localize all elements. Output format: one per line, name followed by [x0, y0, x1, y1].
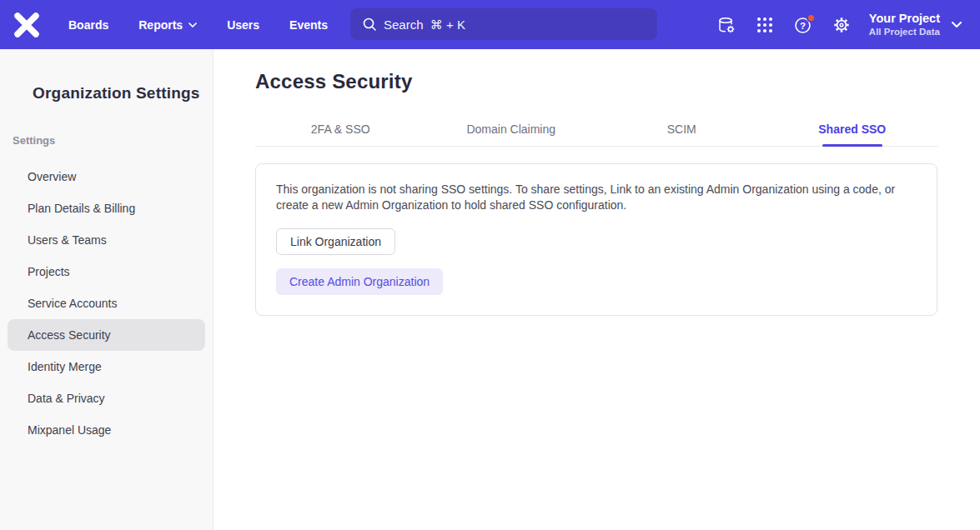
tab-2fa-sso[interactable]: 2FA & SSO [255, 112, 426, 146]
project-name: Your Project [869, 11, 940, 26]
settings-gear-icon[interactable] [828, 12, 855, 38]
data-management-icon[interactable] [713, 12, 740, 38]
shared-sso-description: This organization is not sharing SSO set… [276, 182, 910, 213]
project-selector[interactable]: Your Project All Project Data [869, 11, 967, 38]
nav-right-group: ? Your Pr [707, 0, 967, 49]
shared-sso-card: This organization is not sharing SSO set… [255, 163, 937, 316]
search-bar[interactable] [350, 8, 657, 40]
project-scope: All Project Data [869, 26, 940, 38]
search-icon [362, 17, 377, 32]
chevron-down-icon [188, 22, 197, 28]
help-icon[interactable]: ? [790, 12, 817, 38]
sidebar-item-identity-merge[interactable]: Identity Merge [8, 351, 205, 382]
search-input[interactable] [384, 18, 634, 32]
sidebar-item-plan-details-billing[interactable]: Plan Details & Billing [8, 192, 205, 224]
create-admin-organization-button[interactable]: Create Admin Organization [276, 268, 443, 295]
nav-item-boards[interactable]: Boards [68, 18, 108, 32]
nav-item-users[interactable]: Users [227, 18, 259, 32]
page-title: Access Security [255, 70, 937, 93]
sidebar-title: Organization Settings [0, 84, 213, 102]
tab-shared-sso[interactable]: Shared SSO [767, 112, 938, 146]
sidebar-item-overview[interactable]: Overview [8, 161, 205, 192]
tab-scim[interactable]: SCIM [596, 112, 767, 146]
settings-sidebar: Organization Settings Settings Overview … [0, 49, 214, 530]
sidebar-item-mixpanel-usage[interactable]: Mixpanel Usage [8, 414, 205, 446]
nav-item-reports[interactable]: Reports [138, 18, 197, 32]
tab-shared-sso-label: Shared SSO [818, 122, 886, 136]
sidebar-section-label: Settings [0, 134, 213, 147]
notification-badge [807, 13, 816, 22]
primary-nav: Boards Reports Users Events [68, 18, 328, 32]
apps-grid-icon[interactable] [751, 12, 778, 38]
sidebar-item-projects[interactable]: Projects [8, 256, 205, 288]
sidebar-item-users-teams[interactable]: Users & Teams [8, 224, 205, 256]
tab-bar: 2FA & SSO Domain Claiming SCIM Shared SS… [255, 112, 937, 147]
sidebar-items: Overview Plan Details & Billing Users & … [0, 161, 213, 446]
sidebar-item-data-privacy[interactable]: Data & Privacy [8, 382, 205, 414]
link-organization-button[interactable]: Link Organization [276, 228, 395, 255]
sidebar-item-service-accounts[interactable]: Service Accounts [8, 288, 205, 319]
mixpanel-logo-icon[interactable] [13, 12, 41, 38]
nav-item-events[interactable]: Events [289, 18, 328, 32]
sidebar-item-access-security[interactable]: Access Security [8, 319, 205, 351]
chevron-down-icon [952, 22, 962, 28]
tab-domain-claiming[interactable]: Domain Claiming [426, 112, 597, 146]
svg-text:?: ? [800, 20, 806, 30]
main-content: Access Security 2FA & SSO Domain Claimin… [214, 49, 980, 530]
nav-item-reports-label: Reports [138, 18, 183, 32]
top-nav: Boards Reports Users Events [0, 0, 980, 49]
active-tab-underline [822, 144, 882, 147]
